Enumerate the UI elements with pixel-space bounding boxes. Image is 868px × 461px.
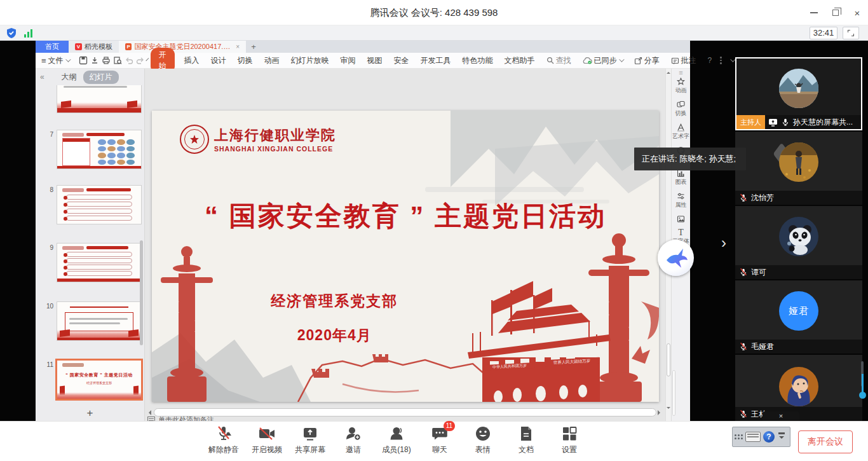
- thumbnail-11-selected[interactable]: 11 “ 国家安全教育 ” 主题党日活动 经济管理系党支部: [46, 360, 142, 399]
- college-name-en: SHANGHAI XINGJIAN COLLEGE: [214, 145, 336, 153]
- ribbon-tab-review[interactable]: 审阅: [335, 55, 362, 66]
- xunlei-float-icon[interactable]: [658, 240, 694, 276]
- docer-icon: V: [75, 43, 82, 50]
- export-icon[interactable]: [90, 55, 99, 66]
- find-button[interactable]: 查找: [541, 55, 577, 66]
- more-menu-icon[interactable]: [717, 57, 724, 64]
- wps-tab-bar: 首页 V稻壳模板 P国家安全主题党日20200417.pptx× +: [36, 41, 690, 53]
- ribbon-tab-slideshow[interactable]: 幻灯片放映: [285, 55, 335, 66]
- thumbnail-6[interactable]: [46, 85, 142, 113]
- outline-tab[interactable]: 大纲: [62, 72, 77, 83]
- scroll-right-icon[interactable]: [658, 410, 663, 415]
- leave-meeting-button[interactable]: 离开会议: [798, 430, 853, 453]
- thumbnail-scrollbar[interactable]: [140, 240, 143, 345]
- share-button[interactable]: 分享: [628, 55, 665, 66]
- thumbnail-10[interactable]: 10: [46, 301, 142, 341]
- tool-wordart[interactable]: 艺术字: [672, 123, 690, 141]
- video-panel-expand-icon[interactable]: ›: [717, 233, 731, 254]
- notes-bar[interactable]: 单击此处添加备注: [147, 414, 214, 421]
- members-button[interactable]: 成员(18): [375, 425, 418, 455]
- invite-icon: [345, 425, 362, 442]
- print-preview-icon[interactable]: [113, 55, 122, 66]
- video-tile-host[interactable]: 主持人 孙天慧的屏幕共...: [735, 57, 862, 130]
- ribbon-tab-view[interactable]: 视图: [362, 55, 388, 66]
- redo-icon[interactable]: [136, 55, 145, 66]
- tool-animation[interactable]: 动画: [672, 78, 690, 95]
- emoji-icon: [475, 425, 491, 442]
- wps-tab-document[interactable]: P国家安全主题党日20200417.pptx×: [119, 41, 246, 53]
- ribbon-tab-animation[interactable]: 动画: [259, 55, 285, 66]
- tool-image[interactable]: [672, 215, 690, 223]
- save-icon[interactable]: [79, 55, 88, 66]
- tool-transition[interactable]: 切换: [672, 100, 690, 118]
- video-tile[interactable]: 娅君 毛娅君: [735, 280, 862, 354]
- new-tab-button[interactable]: +: [246, 41, 261, 53]
- ribbon-tab-insert[interactable]: 插入: [179, 55, 205, 66]
- scroll-knob[interactable]: [859, 392, 866, 399]
- help-icon[interactable]: ?: [702, 56, 718, 65]
- document-icon: [519, 425, 533, 442]
- ribbon-tab-assistant[interactable]: 文档助手: [499, 55, 541, 66]
- ribbon-tab-devtools[interactable]: 开发工具: [415, 55, 457, 66]
- thumbnail-7[interactable]: 7: [46, 130, 142, 169]
- settings-button[interactable]: 设置: [548, 425, 591, 455]
- wps-tab-home[interactable]: 首页: [36, 41, 69, 53]
- ribbon-tab-design[interactable]: 设计: [205, 55, 232, 66]
- comment-button[interactable]: 批注: [665, 55, 702, 66]
- vertical-scroll-thumb[interactable]: [667, 343, 670, 376]
- ime-toolbar[interactable]: ?: [732, 427, 790, 447]
- ribbon-tab-features[interactable]: 特色功能: [457, 55, 499, 66]
- fullscreen-button[interactable]: [843, 27, 859, 39]
- ime-grip-icon[interactable]: [735, 434, 743, 439]
- panel-collapse-icon[interactable]: «: [40, 72, 44, 81]
- invite-button[interactable]: 邀请: [332, 425, 375, 455]
- ime-help-icon[interactable]: ?: [763, 431, 775, 443]
- keyboard-icon[interactable]: [745, 432, 761, 442]
- network-signal-icon[interactable]: [24, 29, 34, 38]
- emoji-button[interactable]: 表情: [461, 425, 505, 455]
- minimize-button[interactable]: [803, 0, 825, 25]
- college-name-cn: 上海行健职业学院: [214, 126, 336, 145]
- video-panel-collapse-button[interactable]: ×: [763, 411, 799, 421]
- sync-status[interactable]: 已同步: [577, 55, 628, 66]
- close-button[interactable]: ×: [846, 0, 868, 25]
- thumbnail-9[interactable]: 9: [46, 243, 142, 282]
- ribbon-tab-security[interactable]: 安全: [388, 55, 415, 66]
- undo-icon[interactable]: [125, 55, 133, 66]
- unmute-button[interactable]: 解除静音: [202, 425, 245, 455]
- tab-close-icon[interactable]: ×: [236, 43, 240, 50]
- start-video-button[interactable]: 开启视频: [245, 425, 288, 455]
- slide-canvas[interactable]: 中华人民共和国万岁 世界人民大团结万岁 上海行健职业学院 SHANGHAI XI…: [152, 111, 659, 402]
- video-tile[interactable]: 王林: [735, 355, 862, 421]
- scroll-up-icon[interactable]: [667, 70, 670, 74]
- wps-tab-docer[interactable]: V稻壳模板: [69, 41, 119, 53]
- docs-button[interactable]: 文档: [505, 425, 548, 455]
- scroll-down-icon[interactable]: [667, 407, 670, 411]
- print-icon[interactable]: [102, 55, 111, 66]
- add-slide-button[interactable]: +: [36, 406, 144, 421]
- share-screen-button[interactable]: 共享屏幕: [288, 425, 332, 455]
- avatar-initials: 娅君: [779, 291, 818, 331]
- quickbar-more-icon[interactable]: [146, 58, 149, 61]
- horizontal-scrollbar[interactable]: [146, 408, 663, 417]
- video-tile[interactable]: 沈怡芳: [735, 132, 862, 205]
- file-menu[interactable]: ≡文件: [36, 55, 75, 66]
- speaking-indicator: 正在讲话: 陈晓冬; 孙天慧;: [634, 148, 746, 170]
- mic-options-caret[interactable]: [226, 429, 231, 436]
- restore-button[interactable]: [825, 0, 846, 25]
- tool-chart[interactable]: 图表: [672, 169, 690, 186]
- sidebar-scrollbar[interactable]: [672, 370, 675, 416]
- slide-edit-area[interactable]: 中华人民共和国万岁 世界人民大团结万岁 上海行健职业学院 SHANGHAI XI…: [145, 69, 665, 421]
- chat-button[interactable]: 11 聊天: [418, 425, 461, 455]
- slide-date: 2020年4月: [152, 326, 517, 345]
- video-options-caret[interactable]: [269, 429, 275, 436]
- sidebar-handle-icon[interactable]: ≡: [672, 69, 690, 78]
- tool-properties[interactable]: 属性: [672, 192, 690, 209]
- security-shield-icon[interactable]: [6, 27, 17, 39]
- thumbnail-8[interactable]: 8: [46, 185, 142, 224]
- slides-tab[interactable]: 幻灯片: [83, 71, 119, 84]
- video-list-scrollbar[interactable]: [859, 361, 865, 403]
- ribbon-tab-transition[interactable]: 切换: [232, 55, 259, 66]
- ime-minimize-icon[interactable]: [778, 432, 785, 441]
- video-tile[interactable]: 谭可: [735, 206, 862, 279]
